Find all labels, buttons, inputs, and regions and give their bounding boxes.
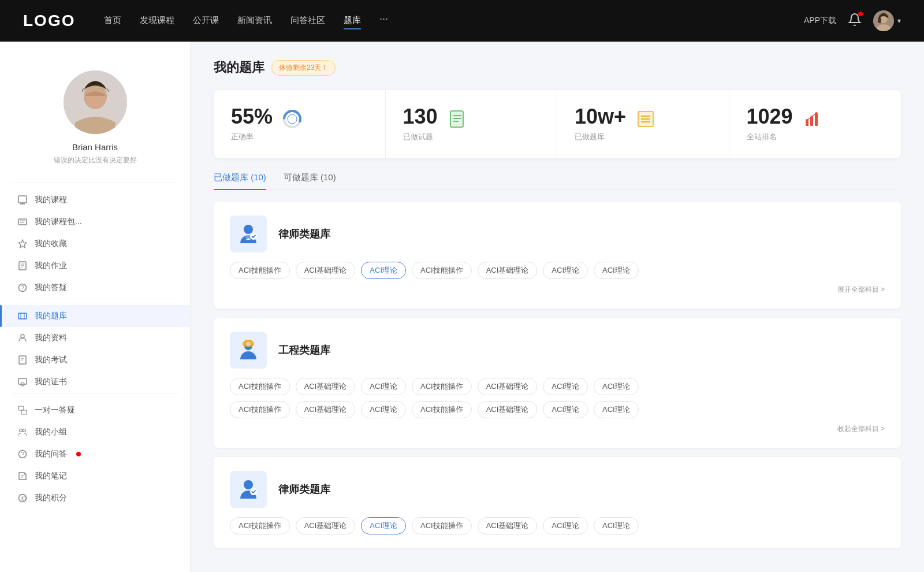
- sidebar-label-questions: 我的问答: [35, 449, 67, 459]
- tag-1[interactable]: ACI基础理论: [296, 262, 356, 279]
- user-avatar-menu[interactable]: ▾: [873, 10, 901, 31]
- eng-tag-3[interactable]: ACI技能操作: [412, 378, 472, 395]
- sidebar-item-cert[interactable]: 我的证书: [0, 371, 190, 393]
- group-icon: [17, 427, 28, 437]
- tag-4[interactable]: ACI基础理论: [478, 262, 538, 279]
- cert-icon: [17, 377, 28, 387]
- sidebar-item-points[interactable]: 积 我的积分: [0, 487, 190, 509]
- sidebar-item-one-qa[interactable]: 一对一答疑: [0, 399, 190, 421]
- law2-tag-6[interactable]: ACI理论: [594, 517, 639, 534]
- bank-card-lawyer-1-tags: ACI技能操作 ACI基础理论 ACI理论 ACI技能操作 ACI基础理论 AC…: [230, 262, 885, 279]
- nav-home[interactable]: 首页: [104, 13, 121, 29]
- stat-rank-value: 1029: [747, 106, 793, 127]
- tab-available-banks[interactable]: 可做题库 (10): [284, 172, 336, 190]
- sidebar-label-course-pack: 我的课程包...: [35, 217, 82, 227]
- expand-link-engineer[interactable]: 收起全部科目 >: [230, 424, 885, 434]
- profile-section: Brian Harris 错误的决定比没有决定要好: [0, 59, 190, 183]
- law2-tag-1[interactable]: ACI基础理论: [296, 517, 356, 534]
- svg-rect-3: [878, 17, 881, 23]
- svg-point-41: [288, 114, 297, 124]
- law2-tag-5[interactable]: ACI理论: [543, 517, 588, 534]
- eng-tag-1[interactable]: ACI基础理论: [296, 378, 356, 395]
- svg-rect-53: [810, 117, 813, 126]
- sidebar-item-exam[interactable]: 我的考试: [0, 349, 190, 371]
- nav-open-course[interactable]: 公开课: [193, 13, 219, 29]
- svg-point-55: [806, 119, 808, 121]
- law2-tag-2[interactable]: ACI理论: [361, 517, 406, 534]
- eng-tag-6[interactable]: ACI理论: [594, 378, 639, 395]
- svg-text:?: ?: [21, 451, 24, 458]
- eng-tag2-0[interactable]: ACI技能操作: [230, 401, 290, 418]
- sidebar-item-course[interactable]: 我的课程: [0, 189, 190, 211]
- doc-icon: [447, 109, 468, 129]
- stat-accuracy-value: 55%: [231, 106, 273, 127]
- sidebar-item-group[interactable]: 我的小组: [0, 421, 190, 443]
- lawyer-icon: [230, 216, 267, 252]
- tag-0[interactable]: ACI技能操作: [230, 262, 290, 279]
- tab-done-banks[interactable]: 已做题库 (10): [214, 172, 266, 190]
- stat-accuracy-text: 55% 正确率: [231, 106, 273, 142]
- qa-icon: ?: [17, 283, 28, 293]
- sidebar-divider-1: [12, 183, 178, 183]
- bank-card-lawyer-2-header: 律师类题库: [230, 471, 885, 508]
- engineer-icon: [230, 332, 267, 369]
- sidebar-item-course-pack[interactable]: 我的课程包...: [0, 211, 190, 233]
- eng-tag2-6[interactable]: ACI理论: [594, 401, 639, 418]
- svg-point-31: [20, 429, 23, 432]
- nav-discover[interactable]: 发现课程: [140, 13, 174, 29]
- eng-tag-4[interactable]: ACI基础理论: [478, 378, 538, 395]
- tag-3[interactable]: ACI技能操作: [412, 262, 472, 279]
- section-title: 我的题库: [214, 59, 264, 76]
- eng-tag2-5[interactable]: ACI理论: [543, 401, 588, 418]
- stat-done-questions-text: 130 已做试题: [403, 106, 438, 142]
- user-avatar: [873, 10, 894, 31]
- app-download-link[interactable]: APP下载: [804, 16, 836, 26]
- sidebar-item-homework[interactable]: 我的作业: [0, 255, 190, 277]
- law2-tag-0[interactable]: ACI技能操作: [230, 517, 290, 534]
- nav-qa[interactable]: 问答社区: [290, 13, 325, 29]
- eng-tag-2[interactable]: ACI理论: [361, 378, 406, 395]
- expand-link-lawyer-1[interactable]: 展开全部科目 >: [230, 285, 885, 295]
- eng-tag-0[interactable]: ACI技能操作: [230, 378, 290, 395]
- note-icon: [17, 471, 28, 481]
- sidebar-item-answers[interactable]: ? 我的答疑: [0, 277, 190, 299]
- sidebar-item-profile[interactable]: 我的资料: [0, 327, 190, 349]
- notification-bell[interactable]: [848, 13, 862, 29]
- course-pack-icon: [17, 217, 28, 227]
- stat-done-banks-value: 10w+: [575, 106, 626, 127]
- sidebar-label-cert: 我的证书: [35, 377, 67, 387]
- star-icon: [17, 239, 28, 249]
- stat-rank-text: 1029 全站排名: [747, 106, 793, 142]
- sidebar-label-notes: 我的笔记: [35, 471, 67, 481]
- sidebar-label-points: 我的积分: [35, 493, 67, 503]
- eng-tag2-3[interactable]: ACI技能操作: [412, 401, 472, 418]
- pie-icon: [282, 109, 303, 129]
- sidebar-item-notes[interactable]: 我的笔记: [0, 465, 190, 487]
- tag-6[interactable]: ACI理论: [594, 262, 639, 279]
- eng-tag2-1[interactable]: ACI基础理论: [296, 401, 356, 418]
- exam-icon: [17, 355, 28, 365]
- eng-tag2-4[interactable]: ACI基础理论: [478, 401, 538, 418]
- tag-2[interactable]: ACI理论: [361, 262, 406, 279]
- header-right: APP下载 ▾: [804, 10, 901, 31]
- nav-more[interactable]: ···: [379, 13, 388, 29]
- sidebar-item-favorites[interactable]: 我的收藏: [0, 233, 190, 255]
- homework-icon: [17, 261, 28, 271]
- svg-point-65: [244, 480, 253, 489]
- svg-point-56: [810, 116, 813, 118]
- sidebar-item-bank[interactable]: 我的题库: [0, 305, 190, 327]
- svg-point-57: [815, 112, 817, 114]
- law2-tag-4[interactable]: ACI基础理论: [478, 517, 538, 534]
- bank-card-engineer-tags-row1: ACI技能操作 ACI基础理论 ACI理论 ACI技能操作 ACI基础理论 AC…: [230, 378, 885, 395]
- tag-5[interactable]: ACI理论: [543, 262, 588, 279]
- nav-news[interactable]: 新闻资讯: [237, 13, 272, 29]
- profile-avatar: [64, 70, 127, 134]
- eng-tag-5[interactable]: ACI理论: [543, 378, 588, 395]
- sidebar-item-questions[interactable]: ? 我的问答: [0, 443, 190, 465]
- nav-bank[interactable]: 题库: [344, 13, 361, 29]
- header: LOGO 首页 发现课程 公开课 新闻资讯 问答社区 题库 ··· APP下载: [0, 0, 924, 42]
- law2-tag-3[interactable]: ACI技能操作: [412, 517, 472, 534]
- eng-tag2-2[interactable]: ACI理论: [361, 401, 406, 418]
- bank-card-lawyer-2-title: 律师类题库: [278, 482, 330, 496]
- sidebar-label-favorites: 我的收藏: [35, 239, 67, 249]
